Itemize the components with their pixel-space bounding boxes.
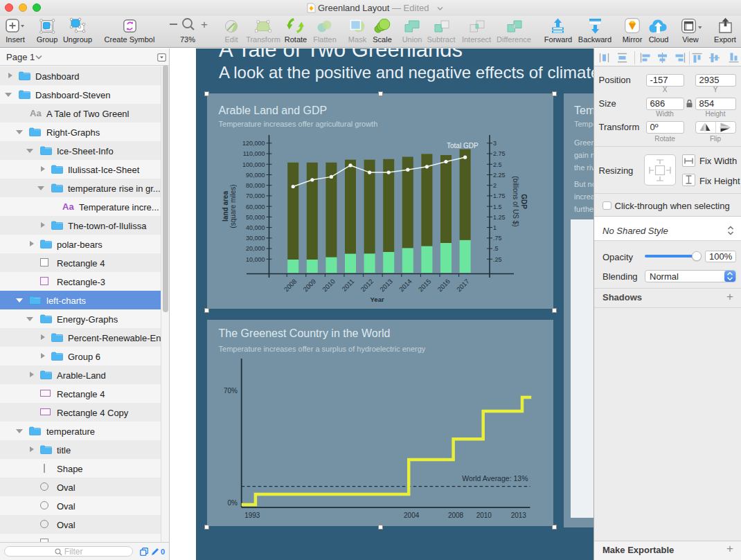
svg-text:Temperature increases offer a: Temperature increases offer a surplus of…	[218, 345, 425, 353]
svg-text:Total GDP: Total GDP	[447, 142, 479, 150]
svg-text:(billions of US $): (billions of US $)	[512, 176, 519, 226]
svg-text:1.75: 1.75	[493, 192, 506, 199]
svg-text:.75: .75	[493, 235, 502, 242]
svg-text:1.5: 1.5	[493, 204, 502, 210]
svg-text:60,000: 60,000	[246, 204, 265, 210]
svg-text:30,000: 30,000	[246, 235, 265, 242]
svg-text:2008: 2008	[282, 278, 298, 293]
svg-text:.5: .5	[493, 245, 499, 252]
svg-text:120,000: 120,000	[242, 140, 265, 147]
svg-text:2013: 2013	[510, 512, 526, 519]
svg-text:1: 1	[493, 224, 497, 231]
svg-text:10,000: 10,000	[246, 256, 265, 263]
svg-text:90,000: 90,000	[246, 172, 265, 179]
svg-text:GDP: GDP	[519, 194, 527, 209]
svg-text:0%: 0%	[227, 499, 238, 507]
svg-text:70,000: 70,000	[246, 192, 265, 199]
svg-text:Arable Land and GDP: Arable Land and GDP	[218, 105, 327, 116]
svg-text:70%: 70%	[224, 387, 238, 395]
svg-text:The Greenest Country in the Wo: The Greenest Country in the World	[218, 327, 390, 339]
svg-text:2010: 2010	[476, 512, 492, 519]
svg-text:2: 2	[493, 182, 497, 189]
svg-text:2017: 2017	[455, 278, 471, 293]
svg-text:World Average: 13%: World Average: 13%	[462, 474, 528, 482]
svg-text:100,000: 100,000	[242, 161, 265, 168]
svg-text:2011: 2011	[340, 278, 355, 293]
svg-text:2015: 2015	[416, 278, 432, 293]
svg-text:1993: 1993	[244, 512, 260, 519]
svg-text:.25: .25	[493, 256, 502, 263]
svg-text:2008: 2008	[448, 512, 464, 519]
svg-text:2.5: 2.5	[493, 161, 502, 168]
svg-text:2.25: 2.25	[493, 172, 506, 179]
svg-text:2014: 2014	[398, 278, 413, 293]
svg-text:20,000: 20,000	[246, 245, 265, 252]
svg-text:110,000: 110,000	[242, 150, 265, 157]
svg-text:2004: 2004	[404, 512, 420, 519]
svg-text:50,000: 50,000	[246, 214, 265, 221]
svg-text:40,000: 40,000	[246, 224, 265, 231]
svg-text:2012: 2012	[359, 278, 375, 293]
svg-text:2013: 2013	[378, 278, 394, 293]
svg-text:Year: Year	[370, 296, 384, 303]
svg-text:2.75: 2.75	[493, 150, 506, 157]
svg-text:2009: 2009	[301, 278, 317, 293]
svg-text:80,000: 80,000	[246, 182, 265, 189]
svg-text:Temperature increases offer ag: Temperature increases offer agricultural…	[218, 120, 377, 128]
svg-text:2016: 2016	[436, 278, 452, 293]
svg-text:1.25: 1.25	[493, 214, 506, 221]
svg-text:land area: land area	[221, 191, 229, 222]
svg-text:2010: 2010	[321, 278, 337, 293]
svg-text:(square miles): (square miles)	[229, 184, 236, 228]
svg-text:3: 3	[493, 140, 497, 147]
